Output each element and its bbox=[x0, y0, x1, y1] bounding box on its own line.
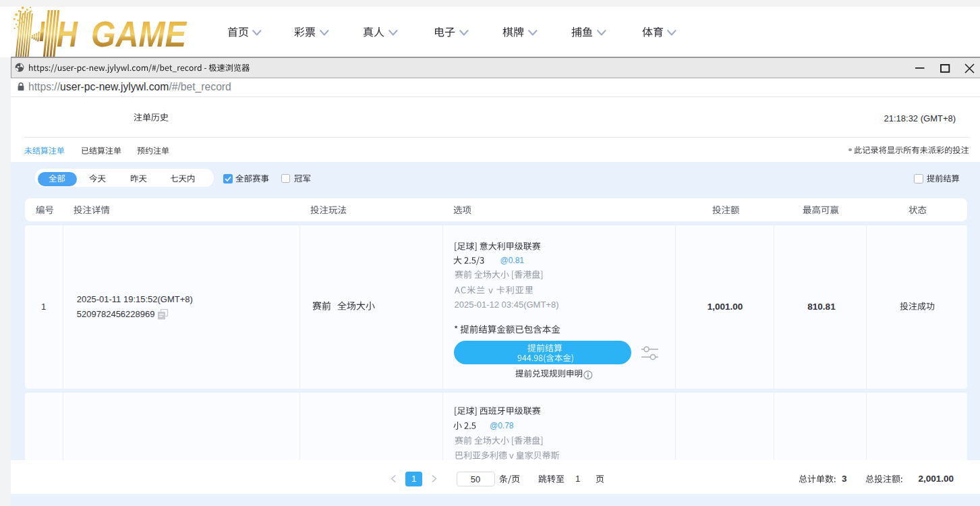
svg-text:H: H bbox=[57, 14, 78, 54]
svg-text:GAME: GAME bbox=[91, 14, 187, 54]
